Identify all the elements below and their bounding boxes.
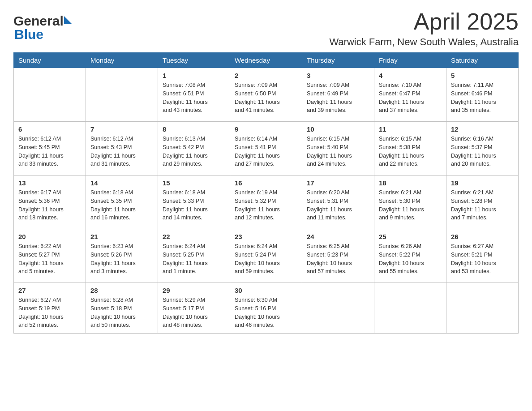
calendar-cell: 3Sunrise: 7:09 AM Sunset: 6:49 PM Daylig… (302, 68, 374, 122)
page-subtitle: Warwick Farm, New South Wales, Australia (329, 36, 519, 48)
day-number: 6 (18, 125, 81, 133)
calendar-cell: 12Sunrise: 6:16 AM Sunset: 5:37 PM Dayli… (446, 122, 519, 176)
day-number: 2 (235, 72, 297, 79)
day-number: 17 (307, 179, 369, 187)
day-number: 12 (451, 125, 514, 133)
logo-arrow-icon (64, 16, 72, 24)
calendar-cell: 17Sunrise: 6:20 AM Sunset: 5:31 PM Dayli… (302, 176, 374, 229)
day-number: 4 (379, 72, 442, 79)
day-info: Sunrise: 6:27 AM Sunset: 5:19 PM Dayligh… (18, 296, 81, 330)
header-day-wednesday: Wednesday (230, 53, 302, 68)
day-info: Sunrise: 6:15 AM Sunset: 5:40 PM Dayligh… (307, 135, 369, 168)
calendar-cell: 25Sunrise: 6:26 AM Sunset: 5:22 PM Dayli… (374, 229, 446, 283)
day-number: 16 (235, 179, 297, 187)
calendar-cell: 27Sunrise: 6:27 AM Sunset: 5:19 PM Dayli… (14, 283, 86, 334)
day-info: Sunrise: 6:17 AM Sunset: 5:36 PM Dayligh… (18, 188, 81, 222)
page-header: General Blue April 2025 Warwick Farm, Ne… (13, 9, 519, 48)
day-info: Sunrise: 7:09 AM Sunset: 6:49 PM Dayligh… (307, 81, 369, 115)
calendar-cell: 18Sunrise: 6:21 AM Sunset: 5:30 PM Dayli… (374, 176, 446, 229)
calendar-cell (302, 283, 374, 334)
day-number: 29 (163, 287, 225, 294)
page-title: April 2025 (329, 9, 519, 34)
header-day-friday: Friday (374, 53, 446, 68)
title-area: April 2025 Warwick Farm, New South Wales… (329, 9, 519, 48)
calendar-table: SundayMondayTuesdayWednesdayThursdayFrid… (13, 52, 519, 334)
day-number: 5 (451, 72, 514, 79)
day-info: Sunrise: 6:24 AM Sunset: 5:25 PM Dayligh… (163, 242, 225, 276)
calendar-cell: 29Sunrise: 6:29 AM Sunset: 5:17 PM Dayli… (158, 283, 230, 334)
logo: General Blue (13, 13, 72, 42)
calendar-week-1: 1Sunrise: 7:08 AM Sunset: 6:51 PM Daylig… (14, 68, 519, 122)
day-number: 18 (379, 179, 442, 187)
day-info: Sunrise: 6:14 AM Sunset: 5:41 PM Dayligh… (235, 135, 297, 168)
logo-blue-text: Blue (14, 27, 43, 42)
day-number: 13 (18, 179, 81, 187)
header-day-sunday: Sunday (14, 53, 86, 68)
calendar-cell: 2Sunrise: 7:09 AM Sunset: 6:50 PM Daylig… (230, 68, 302, 122)
calendar-week-5: 27Sunrise: 6:27 AM Sunset: 5:19 PM Dayli… (14, 283, 519, 334)
day-number: 3 (307, 72, 369, 79)
logo-general-text: General (13, 13, 64, 29)
day-number: 7 (90, 125, 153, 133)
day-info: Sunrise: 6:16 AM Sunset: 5:37 PM Dayligh… (451, 135, 514, 168)
calendar-cell (374, 283, 446, 334)
day-info: Sunrise: 6:27 AM Sunset: 5:21 PM Dayligh… (451, 242, 514, 276)
day-number: 10 (307, 125, 369, 133)
calendar-cell: 15Sunrise: 6:18 AM Sunset: 5:33 PM Dayli… (158, 176, 230, 229)
day-info: Sunrise: 6:23 AM Sunset: 5:26 PM Dayligh… (90, 242, 153, 276)
day-info: Sunrise: 6:18 AM Sunset: 5:33 PM Dayligh… (163, 188, 225, 222)
header-day-monday: Monday (86, 53, 158, 68)
calendar-cell: 5Sunrise: 7:11 AM Sunset: 6:46 PM Daylig… (446, 68, 519, 122)
day-info: Sunrise: 6:13 AM Sunset: 5:42 PM Dayligh… (163, 135, 225, 168)
day-number: 1 (163, 72, 225, 79)
day-number: 24 (307, 233, 369, 240)
calendar-cell: 19Sunrise: 6:21 AM Sunset: 5:28 PM Dayli… (446, 176, 519, 229)
day-info: Sunrise: 6:21 AM Sunset: 5:28 PM Dayligh… (451, 188, 514, 222)
calendar-header: SundayMondayTuesdayWednesdayThursdayFrid… (14, 53, 519, 68)
day-number: 21 (90, 233, 153, 240)
day-info: Sunrise: 6:21 AM Sunset: 5:30 PM Dayligh… (379, 188, 442, 222)
day-number: 8 (163, 125, 225, 133)
calendar-cell (86, 68, 158, 122)
day-info: Sunrise: 6:22 AM Sunset: 5:27 PM Dayligh… (18, 242, 81, 276)
calendar-cell (446, 283, 519, 334)
calendar-cell: 9Sunrise: 6:14 AM Sunset: 5:41 PM Daylig… (230, 122, 302, 176)
day-number: 15 (163, 179, 225, 187)
calendar-week-4: 20Sunrise: 6:22 AM Sunset: 5:27 PM Dayli… (14, 229, 519, 283)
day-number: 23 (235, 233, 297, 240)
calendar-cell: 14Sunrise: 6:18 AM Sunset: 5:35 PM Dayli… (86, 176, 158, 229)
calendar-cell: 11Sunrise: 6:15 AM Sunset: 5:38 PM Dayli… (374, 122, 446, 176)
day-number: 14 (90, 179, 153, 187)
day-info: Sunrise: 6:26 AM Sunset: 5:22 PM Dayligh… (379, 242, 442, 276)
calendar-cell: 4Sunrise: 7:10 AM Sunset: 6:47 PM Daylig… (374, 68, 446, 122)
calendar-cell: 10Sunrise: 6:15 AM Sunset: 5:40 PM Dayli… (302, 122, 374, 176)
day-info: Sunrise: 7:10 AM Sunset: 6:47 PM Dayligh… (379, 81, 442, 115)
calendar-body: 1Sunrise: 7:08 AM Sunset: 6:51 PM Daylig… (14, 68, 519, 334)
calendar-cell (14, 68, 86, 122)
day-info: Sunrise: 6:15 AM Sunset: 5:38 PM Dayligh… (379, 135, 442, 168)
day-info: Sunrise: 6:29 AM Sunset: 5:17 PM Dayligh… (163, 296, 225, 330)
day-info: Sunrise: 7:11 AM Sunset: 6:46 PM Dayligh… (451, 81, 514, 115)
day-number: 30 (235, 287, 297, 294)
day-info: Sunrise: 6:18 AM Sunset: 5:35 PM Dayligh… (90, 188, 153, 222)
calendar-cell: 28Sunrise: 6:28 AM Sunset: 5:18 PM Dayli… (86, 283, 158, 334)
day-info: Sunrise: 6:12 AM Sunset: 5:43 PM Dayligh… (90, 135, 153, 168)
calendar-cell: 30Sunrise: 6:30 AM Sunset: 5:16 PM Dayli… (230, 283, 302, 334)
calendar-week-2: 6Sunrise: 6:12 AM Sunset: 5:45 PM Daylig… (14, 122, 519, 176)
day-info: Sunrise: 7:09 AM Sunset: 6:50 PM Dayligh… (235, 81, 297, 115)
day-number: 11 (379, 125, 442, 133)
calendar-cell: 1Sunrise: 7:08 AM Sunset: 6:51 PM Daylig… (158, 68, 230, 122)
day-info: Sunrise: 6:25 AM Sunset: 5:23 PM Dayligh… (307, 242, 369, 276)
calendar-week-3: 13Sunrise: 6:17 AM Sunset: 5:36 PM Dayli… (14, 176, 519, 229)
calendar-cell: 7Sunrise: 6:12 AM Sunset: 5:43 PM Daylig… (86, 122, 158, 176)
day-info: Sunrise: 6:24 AM Sunset: 5:24 PM Dayligh… (235, 242, 297, 276)
day-info: Sunrise: 6:28 AM Sunset: 5:18 PM Dayligh… (90, 296, 153, 330)
calendar-cell: 13Sunrise: 6:17 AM Sunset: 5:36 PM Dayli… (14, 176, 86, 229)
day-info: Sunrise: 7:08 AM Sunset: 6:51 PM Dayligh… (163, 81, 225, 115)
day-info: Sunrise: 6:12 AM Sunset: 5:45 PM Dayligh… (18, 135, 81, 168)
calendar-cell: 22Sunrise: 6:24 AM Sunset: 5:25 PM Dayli… (158, 229, 230, 283)
day-number: 27 (18, 287, 81, 294)
calendar-cell: 26Sunrise: 6:27 AM Sunset: 5:21 PM Dayli… (446, 229, 519, 283)
calendar-cell: 8Sunrise: 6:13 AM Sunset: 5:42 PM Daylig… (158, 122, 230, 176)
header-day-tuesday: Tuesday (158, 53, 230, 68)
